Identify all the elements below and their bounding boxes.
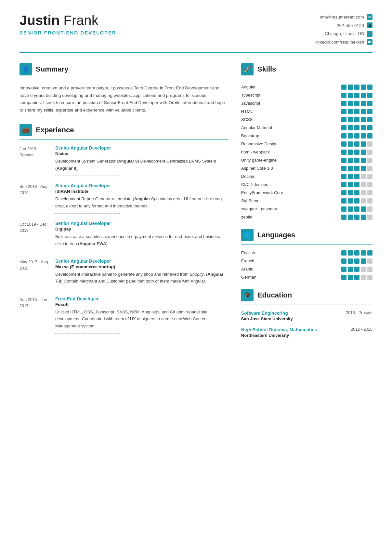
experience-item: Sep 2018 - Aug 2019 Senior Angular Devel… <box>20 183 228 214</box>
phone-text: 202-555-0120 <box>337 21 364 30</box>
dot-filled <box>348 117 353 122</box>
experience-icon: 💼 <box>20 124 32 136</box>
skill-row: Javascript <box>241 101 372 106</box>
linkedin-text: linkedin.com/resumekraft <box>315 38 364 46</box>
skill-row: Docker <box>241 174 372 179</box>
summary-divider <box>20 79 228 79</box>
exp-separator <box>55 176 120 176</box>
dot-filled <box>354 85 359 90</box>
experience-header: 💼 Experience <box>20 124 228 136</box>
exp-separator <box>55 251 120 251</box>
skill-row: English <box>241 250 372 256</box>
exp-company: Maxsa (E-commerce startup) <box>55 264 228 269</box>
skill-dots <box>341 267 372 272</box>
skill-dots <box>341 206 372 212</box>
edu-degree: Software Engineering <box>241 310 288 316</box>
dot-filled <box>341 109 346 114</box>
dot-filled <box>367 117 372 122</box>
summary-title: Summary <box>36 65 68 73</box>
dot-filled <box>354 275 359 280</box>
languages-icon: 🌐 <box>241 229 254 241</box>
skill-name: Unity game-engine <box>241 158 341 163</box>
dot-filled <box>361 258 366 264</box>
dot-empty <box>367 267 372 272</box>
dot-empty <box>367 158 372 163</box>
edu-date: 2016 - Present <box>346 310 372 315</box>
dot-empty <box>367 198 372 204</box>
dot-filled <box>348 85 353 90</box>
skill-dots <box>341 182 372 187</box>
education-divider <box>241 305 372 305</box>
experience-item: Aug 2015 - Jun 2017 FrontEnd Developer F… <box>20 296 228 334</box>
dot-filled <box>341 267 346 272</box>
skill-name: Docker <box>241 174 341 179</box>
exp-date: Jun 2019 - Present <box>20 145 49 176</box>
dot-filled <box>354 206 359 212</box>
skill-dots <box>341 198 372 204</box>
left-column: 👤 Summary Innovative, creative and a pro… <box>20 63 228 344</box>
skill-row: HTML <box>241 109 372 114</box>
header-right: info@resumekraft.com ✉ 202-555-0120 📱 Ch… <box>315 13 372 46</box>
dot-empty <box>367 150 372 155</box>
languages-title: Languages <box>257 231 295 239</box>
skill-name: CI/CD Jenkins <box>241 182 341 187</box>
dot-filled <box>361 166 366 171</box>
dot-filled <box>354 250 359 256</box>
dot-filled <box>341 198 346 204</box>
dot-filled <box>348 141 353 147</box>
dot-filled <box>354 215 359 220</box>
dot-filled <box>348 158 353 163</box>
exp-date: May 2017 - Aug 2018 <box>20 258 49 289</box>
dot-filled <box>361 215 366 220</box>
dot-empty <box>367 275 372 280</box>
dot-filled <box>341 174 346 179</box>
exp-desc: Built to create a seamless experience in… <box>55 233 228 247</box>
skill-row: Responsive Design <box>241 141 372 147</box>
dot-filled <box>348 250 353 256</box>
dot-filled <box>361 93 366 98</box>
skill-row: Bootstrap <box>241 133 372 138</box>
skill-name: Sql Server <box>241 198 341 203</box>
exp-separator <box>55 213 120 214</box>
dot-filled <box>348 125 353 130</box>
dot-filled <box>341 93 346 98</box>
exp-content: Senior Angular Developer Digipay Built t… <box>55 221 228 251</box>
linkedin-icon: in <box>367 39 372 45</box>
languages-header: 🌐 Languages <box>241 229 372 241</box>
dot-empty <box>361 190 366 195</box>
dot-filled <box>367 125 372 130</box>
exp-separator <box>55 333 120 334</box>
resume-container: Justin Frank SENIOR FRONT-END DEVELOPER … <box>0 0 392 554</box>
exp-content: Senior Angular Developer ISIRAN Institut… <box>55 183 228 214</box>
education-section: 🎓 Education Software Engineering 2016 - … <box>241 289 372 338</box>
dot-filled <box>361 85 366 90</box>
dot-filled <box>341 125 346 130</box>
skill-name: Typescript <box>241 93 341 98</box>
exp-job-title: Senior Angular Developer <box>55 258 228 264</box>
dot-empty <box>361 182 366 187</box>
linkedin-row: linkedin.com/resumekraft in <box>315 38 372 46</box>
dot-filled <box>354 190 359 195</box>
dot-filled <box>348 93 353 98</box>
dot-filled <box>367 109 372 114</box>
experience-list: Jun 2019 - Present Senior Angular Develo… <box>20 145 228 334</box>
dot-filled <box>341 166 346 171</box>
experience-title: Experience <box>36 126 74 134</box>
skill-dots <box>341 158 372 163</box>
education-icon: 🎓 <box>241 289 254 301</box>
skill-row: Arabic <box>241 267 372 272</box>
experience-item: Oct 2019 - Dec 2019 Senior Angular Devel… <box>20 221 228 251</box>
dot-filled <box>367 101 372 106</box>
exp-company: Digipay <box>55 227 228 231</box>
skill-dots <box>341 101 372 106</box>
location-row: Chicago, Illinois, US 📍 <box>315 30 372 38</box>
skills-icon: 🚀 <box>241 63 254 75</box>
dot-filled <box>367 93 372 98</box>
skill-row: Sql Server <box>241 198 372 204</box>
dot-filled <box>341 215 346 220</box>
skill-name: French <box>241 258 341 263</box>
dot-filled <box>341 250 346 256</box>
right-column: 🚀 Skills AngularTypescriptJavascriptHTML… <box>241 63 372 344</box>
dot-filled <box>361 250 366 256</box>
location-text: Chicago, Illinois, US <box>325 30 364 38</box>
